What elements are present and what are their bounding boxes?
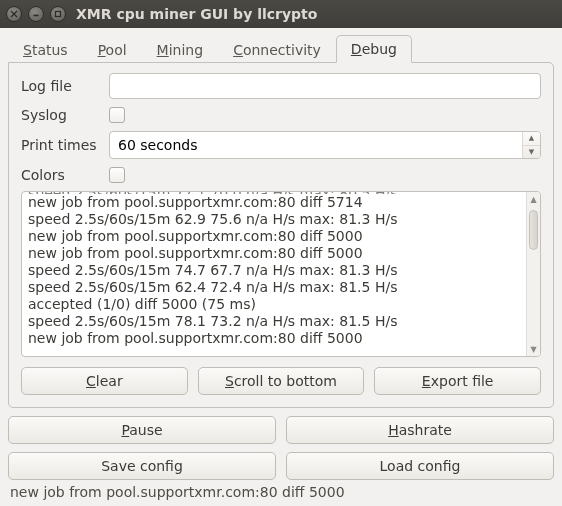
- export-file-button[interactable]: Export file: [374, 367, 541, 395]
- window-title: XMR cpu miner GUI by llcrypto: [76, 6, 317, 22]
- printtimes-spinbox[interactable]: ▲ ▼: [109, 131, 541, 159]
- log-line: speed 2.5s/60s/15m 62.9 75.6 n/a H/s max…: [28, 211, 520, 228]
- log-line: accepted (1/0) diff 5000 (75 ms): [28, 296, 520, 313]
- scroll-down-icon[interactable]: ▼: [527, 342, 540, 356]
- printtimes-input[interactable]: [110, 132, 522, 158]
- log-line: new job from pool.supportxmr.com:80 diff…: [28, 330, 520, 347]
- pause-button[interactable]: Pause: [8, 416, 276, 444]
- tab-label: ining: [169, 42, 203, 58]
- tab-status[interactable]: Status: [8, 36, 83, 63]
- tab-label: ebug: [362, 41, 397, 57]
- tab-mining[interactable]: Mining: [142, 36, 219, 63]
- titlebar: XMR cpu miner GUI by llcrypto: [0, 0, 562, 28]
- tab-label: ool: [106, 42, 127, 58]
- spin-buttons: ▲ ▼: [522, 132, 540, 158]
- window-controls: [6, 6, 66, 22]
- mnemonic: M: [157, 42, 169, 58]
- logfile-input[interactable]: [109, 73, 541, 99]
- window-minimize-button[interactable]: [28, 6, 44, 22]
- tab-connectivity[interactable]: Connectivity: [218, 36, 336, 63]
- log-line: new job from pool.supportxmr.com:80 diff…: [28, 245, 520, 262]
- spin-down-icon[interactable]: ▼: [523, 146, 540, 159]
- logfile-label: Log file: [21, 78, 109, 94]
- mnemonic: P: [98, 42, 106, 58]
- tab-panel-debug: Log file Syslog Print times ▲ ▼ Colors s…: [8, 62, 554, 408]
- syslog-label: Syslog: [21, 107, 109, 123]
- log-line: new job from pool.supportxmr.com:80 diff…: [28, 228, 520, 245]
- status-bar: new job from pool.supportxmr.com:80 diff…: [8, 480, 554, 502]
- tab-label: onnectivity: [243, 42, 321, 58]
- window-maximize-button[interactable]: [50, 6, 66, 22]
- clear-button[interactable]: Clear: [21, 367, 188, 395]
- colors-label: Colors: [21, 167, 109, 183]
- spin-up-icon[interactable]: ▲: [523, 132, 540, 146]
- svg-rect-0: [56, 12, 61, 17]
- tab-pool[interactable]: Pool: [83, 36, 142, 63]
- tab-bar: Status Pool Mining Connectivity Debug: [8, 34, 554, 62]
- scroll-to-bottom-button[interactable]: Scroll to bottom: [198, 367, 365, 395]
- printtimes-label: Print times: [21, 137, 109, 153]
- mnemonic: C: [233, 42, 243, 58]
- log-scrollbar[interactable]: ▲ ▼: [526, 192, 540, 356]
- log-line: new job from pool.supportxmr.com:80 diff…: [28, 194, 520, 211]
- log-text[interactable]: speed 2.5s/60s/15m 77.1 70.0 n/a H/s max…: [22, 192, 526, 356]
- mnemonic: S: [23, 42, 32, 58]
- window-close-button[interactable]: [6, 6, 22, 22]
- colors-checkbox[interactable]: [109, 167, 125, 183]
- log-line: speed 2.5s/60s/15m 62.4 72.4 n/a H/s max…: [28, 279, 520, 296]
- log-line: speed 2.5s/60s/15m 78.1 73.2 n/a H/s max…: [28, 313, 520, 330]
- tab-debug[interactable]: Debug: [336, 35, 412, 63]
- scroll-thumb[interactable]: [529, 210, 538, 250]
- log-output: speed 2.5s/60s/15m 77.1 70.0 n/a H/s max…: [21, 191, 541, 357]
- syslog-checkbox[interactable]: [109, 107, 125, 123]
- mnemonic: D: [351, 41, 362, 57]
- hashrate-button[interactable]: Hashrate: [286, 416, 554, 444]
- tab-label: tatus: [32, 42, 68, 58]
- load-config-button[interactable]: Load config: [286, 452, 554, 480]
- save-config-button[interactable]: Save config: [8, 452, 276, 480]
- log-line: speed 2.5s/60s/15m 74.7 67.7 n/a H/s max…: [28, 262, 520, 279]
- scroll-up-icon[interactable]: ▲: [527, 192, 540, 206]
- log-line: speed 2.5s/60s/15m 77.1 70.0 n/a H/s max…: [28, 192, 520, 194]
